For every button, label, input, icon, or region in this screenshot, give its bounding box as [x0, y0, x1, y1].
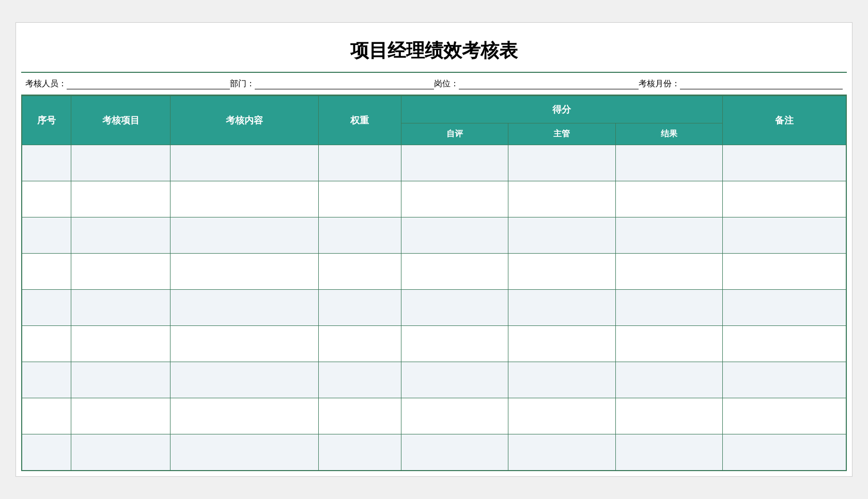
- table-row: [22, 145, 846, 181]
- cell-weight[interactable]: [319, 217, 401, 254]
- cell-note[interactable]: [723, 326, 846, 362]
- cell-item[interactable]: [71, 290, 171, 326]
- cell-seq[interactable]: [22, 217, 71, 254]
- cell-self[interactable]: [401, 254, 508, 290]
- cell-result[interactable]: [615, 290, 722, 326]
- cell-content[interactable]: [170, 145, 318, 181]
- header-content: 考核内容: [170, 96, 318, 145]
- cell-item[interactable]: [71, 254, 171, 290]
- main-table: 序号 考核项目 考核内容 权重 得分 备注 自评 主管 结果: [21, 95, 847, 471]
- cell-self[interactable]: [401, 434, 508, 471]
- cell-note[interactable]: [723, 181, 846, 217]
- cell-seq[interactable]: [22, 434, 71, 471]
- cell-weight[interactable]: [319, 326, 401, 362]
- page-container: 项目经理绩效考核表 考核人员： 部门： 岗位： 考核月份： 序号 考核项目 考核…: [16, 22, 853, 477]
- cell-self[interactable]: [401, 217, 508, 254]
- cell-content[interactable]: [170, 398, 318, 434]
- cell-weight[interactable]: [319, 145, 401, 181]
- month-value[interactable]: [680, 78, 843, 89]
- cell-content[interactable]: [170, 290, 318, 326]
- cell-result[interactable]: [615, 145, 722, 181]
- header-item: 考核项目: [71, 96, 171, 145]
- cell-seq[interactable]: [22, 290, 71, 326]
- cell-note[interactable]: [723, 145, 846, 181]
- dept-value[interactable]: [255, 78, 435, 89]
- dept-label: 部门：: [230, 79, 255, 89]
- cell-weight[interactable]: [319, 362, 401, 398]
- info-dept: 部门：: [230, 78, 435, 89]
- person-value[interactable]: [67, 78, 230, 89]
- cell-content[interactable]: [170, 326, 318, 362]
- cell-self[interactable]: [401, 145, 508, 181]
- cell-seq[interactable]: [22, 254, 71, 290]
- cell-seq[interactable]: [22, 145, 71, 181]
- cell-note[interactable]: [723, 290, 846, 326]
- table-row: [22, 326, 846, 362]
- header-seq: 序号: [22, 96, 71, 145]
- cell-content[interactable]: [170, 217, 318, 254]
- cell-note[interactable]: [723, 217, 846, 254]
- cell-result[interactable]: [615, 326, 722, 362]
- cell-manager[interactable]: [508, 145, 615, 181]
- position-label: 岗位：: [434, 79, 459, 89]
- info-month: 考核月份：: [639, 78, 843, 89]
- cell-content[interactable]: [170, 181, 318, 217]
- cell-note[interactable]: [723, 362, 846, 398]
- header-top-row: 序号 考核项目 考核内容 权重 得分 备注: [22, 96, 846, 123]
- month-label: 考核月份：: [639, 79, 680, 89]
- cell-seq[interactable]: [22, 398, 71, 434]
- cell-item[interactable]: [71, 362, 171, 398]
- cell-result[interactable]: [615, 434, 722, 471]
- table-row: [22, 254, 846, 290]
- cell-item[interactable]: [71, 434, 171, 471]
- cell-note[interactable]: [723, 254, 846, 290]
- cell-content[interactable]: [170, 254, 318, 290]
- header-self-eval: 自评: [401, 123, 508, 145]
- cell-weight[interactable]: [319, 290, 401, 326]
- header-result: 结果: [615, 123, 722, 145]
- cell-self[interactable]: [401, 362, 508, 398]
- person-label: 考核人员：: [25, 79, 67, 89]
- cell-manager[interactable]: [508, 326, 615, 362]
- header-manager: 主管: [508, 123, 615, 145]
- cell-self[interactable]: [401, 326, 508, 362]
- table-row: [22, 217, 846, 254]
- cell-result[interactable]: [615, 398, 722, 434]
- cell-self[interactable]: [401, 290, 508, 326]
- cell-item[interactable]: [71, 398, 171, 434]
- cell-self[interactable]: [401, 398, 508, 434]
- cell-manager[interactable]: [508, 362, 615, 398]
- header-score-group: 得分: [401, 96, 722, 123]
- cell-seq[interactable]: [22, 326, 71, 362]
- table-row: [22, 398, 846, 434]
- cell-content[interactable]: [170, 362, 318, 398]
- cell-manager[interactable]: [508, 254, 615, 290]
- cell-manager[interactable]: [508, 398, 615, 434]
- cell-manager[interactable]: [508, 181, 615, 217]
- cell-weight[interactable]: [319, 254, 401, 290]
- cell-manager[interactable]: [508, 217, 615, 254]
- table-row: [22, 181, 846, 217]
- cell-item[interactable]: [71, 181, 171, 217]
- cell-manager[interactable]: [508, 434, 615, 471]
- cell-result[interactable]: [615, 254, 722, 290]
- cell-self[interactable]: [401, 181, 508, 217]
- cell-item[interactable]: [71, 326, 171, 362]
- cell-result[interactable]: [615, 181, 722, 217]
- cell-weight[interactable]: [319, 181, 401, 217]
- info-person: 考核人员：: [25, 78, 230, 89]
- cell-result[interactable]: [615, 362, 722, 398]
- cell-weight[interactable]: [319, 398, 401, 434]
- cell-content[interactable]: [170, 434, 318, 471]
- cell-seq[interactable]: [22, 181, 71, 217]
- cell-item[interactable]: [71, 145, 171, 181]
- cell-item[interactable]: [71, 217, 171, 254]
- cell-seq[interactable]: [22, 362, 71, 398]
- cell-weight[interactable]: [319, 434, 401, 471]
- table-row: [22, 434, 846, 471]
- position-value[interactable]: [459, 78, 639, 89]
- cell-manager[interactable]: [508, 290, 615, 326]
- cell-result[interactable]: [615, 217, 722, 254]
- cell-note[interactable]: [723, 398, 846, 434]
- cell-note[interactable]: [723, 434, 846, 471]
